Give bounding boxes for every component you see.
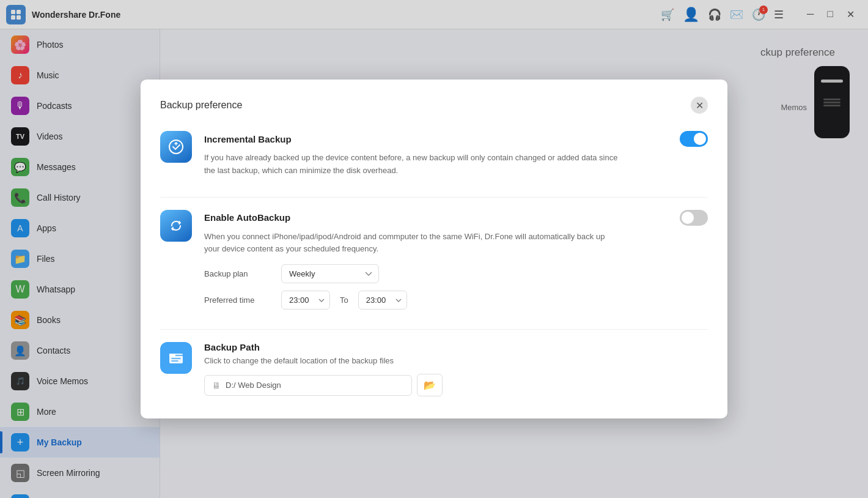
incremental-backup-description: If you have already backed up the device… <box>204 152 620 177</box>
backup-path-section: Backup Path Click to change the default … <box>160 342 708 396</box>
autobackup-header: Enable AutoBackup <box>204 210 708 226</box>
path-browse-button[interactable]: 📂 <box>417 374 443 396</box>
toggle-thumb-2 <box>682 212 694 224</box>
backup-path-body: Backup Path Click to change the default … <box>204 342 708 396</box>
preferred-time-label: Preferred time <box>204 295 271 305</box>
incremental-backup-header: Incremental Backup <box>204 131 708 147</box>
autobackup-description: When you connect iPhone/ipad/ipod/Androi… <box>204 231 620 256</box>
autobackup-body: Enable AutoBackup When you connect iPhon… <box>204 210 708 310</box>
incremental-backup-icon <box>160 131 192 163</box>
path-input-row: 🖥 D:/ Web Design 📂 <box>204 374 708 396</box>
autobackup-icon <box>160 210 192 242</box>
incremental-backup-toggle[interactable] <box>680 131 708 147</box>
incremental-backup-title: Incremental Backup <box>204 133 292 144</box>
dialog-title: Backup preference <box>160 100 242 111</box>
backup-plan-select[interactable]: Weekly Daily Monthly <box>281 264 379 283</box>
section-divider-1 <box>160 197 708 198</box>
to-label: To <box>340 295 348 305</box>
backup-path-icon <box>160 342 192 374</box>
autobackup-title: Enable AutoBackup <box>204 212 290 223</box>
preferred-time-row: Preferred time 23:00 00:00 01:00 22:00 T… <box>204 291 708 310</box>
section-divider-2 <box>160 329 708 330</box>
dialog-close-button[interactable]: ✕ <box>691 97 708 114</box>
path-input-icon: 🖥 <box>212 381 221 390</box>
time-to-select[interactable]: 23:00 00:00 01:00 22:00 <box>358 291 407 310</box>
autobackup-controls: Backup plan Weekly Daily Monthly Preferr… <box>204 264 708 310</box>
path-input-value: D:/ Web Design <box>226 381 281 390</box>
backup-path-title: Backup Path <box>204 342 708 352</box>
autobackup-toggle[interactable] <box>680 210 708 226</box>
path-input-field[interactable]: 🖥 D:/ Web Design <box>204 375 412 396</box>
backup-preference-dialog: Backup preference ✕ Incremental Backup I… <box>141 80 727 418</box>
toggle-thumb <box>694 133 706 145</box>
backup-plan-label: Backup plan <box>204 269 271 278</box>
autobackup-section: Enable AutoBackup When you connect iPhon… <box>160 210 708 310</box>
dialog-header: Backup preference ✕ <box>160 97 708 114</box>
backup-plan-row: Backup plan Weekly Daily Monthly <box>204 264 708 283</box>
incremental-backup-body: Incremental Backup If you have already b… <box>204 131 708 177</box>
backup-path-description: Click to change the default location of … <box>204 356 708 365</box>
svg-rect-6 <box>169 354 175 357</box>
incremental-backup-section: Incremental Backup If you have already b… <box>160 131 708 177</box>
time-from-select[interactable]: 23:00 00:00 01:00 22:00 <box>281 291 330 310</box>
